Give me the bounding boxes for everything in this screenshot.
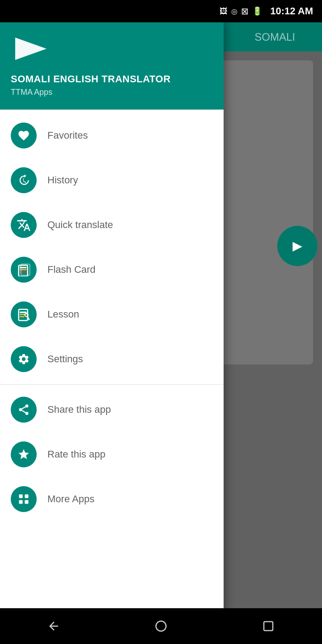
menu-divider (0, 384, 224, 385)
history-label: History (47, 174, 78, 186)
svg-line-15 (22, 411, 25, 413)
app-logo (11, 33, 213, 66)
sync-icon: ◎ (231, 7, 237, 16)
share-icon (17, 403, 30, 416)
heart-icon (17, 129, 30, 142)
settings-label: Settings (47, 353, 83, 365)
drawer-menu: Favorites History Quick translate (0, 110, 224, 644)
recents-button[interactable] (255, 613, 282, 640)
status-icons: 🖼 ◎ ⊠ 🔋 10:12 AM (220, 5, 313, 17)
recents-icon (262, 619, 275, 633)
no-sim-icon: ⊠ (241, 6, 249, 17)
svg-rect-18 (25, 495, 28, 498)
history-icon-circle (11, 167, 37, 193)
svg-point-13 (19, 408, 22, 411)
menu-item-share[interactable]: Share this app (0, 387, 224, 432)
status-bar: 🖼 ◎ ⊠ 🔋 10:12 AM (0, 0, 322, 22)
app-company: TTMA Apps (11, 88, 213, 97)
translate-icon (17, 218, 31, 232)
quick-translate-label: Quick translate (47, 219, 113, 231)
svg-rect-19 (19, 500, 23, 504)
rate-icon-circle (11, 441, 37, 467)
menu-item-settings[interactable]: Settings (0, 337, 224, 381)
menu-item-lesson[interactable]: Lesson (0, 292, 224, 337)
svg-marker-0 (15, 38, 47, 60)
menu-item-rate[interactable]: Rate this app (0, 432, 224, 477)
home-icon (154, 619, 168, 633)
menu-item-history[interactable]: History (0, 158, 224, 203)
bottom-nav-bar (0, 608, 322, 644)
app-name: SOMALI ENGLISH TRANSLATOR (11, 73, 213, 85)
clock-icon (17, 174, 30, 186)
translate-icon-circle (11, 212, 37, 238)
rate-label: Rate this app (47, 449, 106, 460)
flash-card-label: Flash Card (47, 264, 96, 275)
svg-rect-9 (20, 316, 24, 318)
flashcard-icon-circle (11, 257, 37, 283)
back-button[interactable] (40, 613, 67, 640)
svg-rect-7 (20, 312, 26, 313)
navigation-drawer: SOMALI ENGLISH TRANSLATOR TTMA Apps Favo… (0, 22, 224, 644)
status-time: 10:12 AM (270, 5, 313, 17)
menu-item-quick-translate[interactable]: Quick translate (0, 203, 224, 247)
more-apps-label: More Apps (47, 493, 94, 505)
svg-rect-22 (264, 622, 273, 631)
flashcard-icon (17, 263, 30, 276)
lesson-icon (17, 308, 30, 321)
more-apps-icon-circle (11, 486, 37, 512)
svg-line-16 (22, 407, 25, 409)
share-label: Share this app (47, 404, 111, 415)
favorites-label: Favorites (47, 130, 88, 141)
star-icon (17, 448, 30, 461)
image-icon: 🖼 (220, 7, 228, 16)
grid-icon (17, 493, 30, 505)
menu-item-favorites[interactable]: Favorites (0, 113, 224, 158)
svg-point-21 (156, 621, 166, 631)
favorites-icon-circle (11, 123, 37, 148)
settings-icon-circle (11, 346, 37, 372)
menu-item-flash-card[interactable]: Flash Card (0, 247, 224, 292)
home-button[interactable] (148, 613, 174, 640)
battery-icon: 🔋 (252, 6, 262, 16)
svg-point-14 (25, 412, 29, 415)
menu-item-more-apps[interactable]: More Apps (0, 477, 224, 521)
svg-point-12 (25, 404, 29, 407)
drawer-overlay: SOMALI ENGLISH TRANSLATOR TTMA Apps Favo… (0, 22, 322, 644)
lesson-icon-circle (11, 301, 37, 327)
svg-rect-20 (25, 500, 28, 504)
back-icon (47, 619, 60, 633)
drawer-header: SOMALI ENGLISH TRANSLATOR TTMA Apps (0, 22, 224, 110)
lesson-label: Lesson (47, 309, 79, 320)
svg-rect-17 (19, 495, 23, 498)
settings-icon (17, 353, 30, 365)
share-icon-circle (11, 397, 37, 423)
